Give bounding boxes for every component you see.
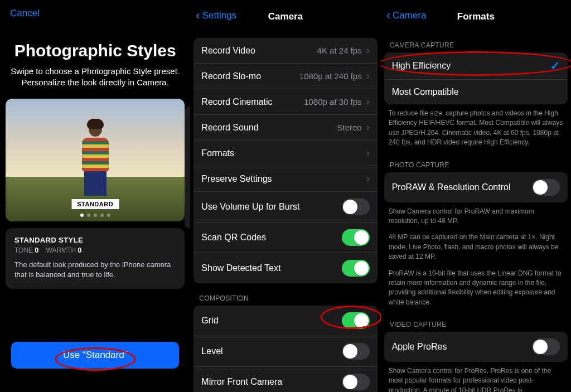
toggle-level[interactable]: [342, 343, 370, 360]
footer-proraw-2: 48 MP can be captured on the Main camera…: [381, 228, 571, 264]
cell-record-cinematic[interactable]: Record Cinematic 1080p at 30 fps›: [193, 89, 377, 115]
cell-most-compatible[interactable]: Most Compatible: [384, 80, 568, 104]
cell-formats[interactable]: Formats ›: [193, 141, 377, 166]
style-description-card: STANDARD STYLE TONE 0 WARMTH 0 The defau…: [6, 228, 185, 289]
section-header-composition: COMPOSITION: [190, 294, 380, 306]
footer-camera-capture: To reduce file size, capture photos and …: [381, 104, 571, 150]
style-name: STANDARD STYLE: [14, 236, 176, 244]
toggle-proraw[interactable]: [532, 179, 560, 196]
footer-prores-1: Show Camera control for ProRes. ProRes i…: [381, 362, 571, 392]
chevron-right-icon: ›: [366, 147, 370, 159]
page-dots: [80, 214, 110, 217]
navbar: ‹ Settings Camera: [190, 0, 380, 25]
style-desc: The default look produced by the iPhone …: [14, 260, 176, 280]
use-style-button[interactable]: Use “Standard”: [11, 342, 179, 369]
footer-proraw-3: ProRAW is a 10-bit file that uses the Li…: [381, 264, 571, 310]
section-header-camera-capture: CAMERA CAPTURE: [381, 41, 571, 52]
cell-mirror-front[interactable]: Mirror Front Camera: [193, 367, 377, 392]
cell-show-detected-text[interactable]: Show Detected Text: [193, 253, 377, 283]
cell-proraw[interactable]: ProRAW & Resolution Control: [384, 172, 568, 202]
back-button-settings[interactable]: ‹ Settings: [196, 10, 236, 21]
cell-grid[interactable]: Grid: [193, 306, 377, 336]
toggle-prores[interactable]: [532, 338, 560, 355]
chevron-left-icon: ‹: [386, 11, 390, 21]
navbar: ‹ Camera Formats: [381, 0, 571, 25]
cell-preserve-settings[interactable]: Preserve Settings ›: [193, 166, 377, 192]
toggle-scan-qr[interactable]: [342, 229, 370, 246]
toggle-volume-burst[interactable]: [342, 199, 370, 215]
cell-scan-qr[interactable]: Scan QR Codes: [193, 222, 377, 253]
chevron-right-icon: ›: [366, 45, 370, 56]
next-card-peek[interactable]: [185, 106, 190, 229]
style-preview-card[interactable]: STANDARD: [6, 99, 185, 221]
cell-high-efficiency[interactable]: High Efficiency ✓: [384, 52, 568, 80]
toggle-grid[interactable]: [342, 312, 370, 329]
cell-volume-burst[interactable]: Use Volume Up for Burst: [193, 192, 377, 222]
page-title: Camera: [268, 11, 303, 22]
toggle-mirror-front[interactable]: [342, 374, 370, 390]
toggle-show-detected[interactable]: [342, 260, 370, 277]
cell-prores[interactable]: Apple ProRes: [384, 332, 568, 362]
chevron-right-icon: ›: [366, 173, 370, 185]
cell-record-video[interactable]: Record Video 4K at 24 fps›: [193, 38, 377, 64]
cell-level[interactable]: Level: [193, 336, 377, 367]
back-button-camera[interactable]: ‹ Camera: [386, 10, 427, 21]
page-subtitle: Swipe to choose a Photographic Style pre…: [0, 60, 190, 99]
chevron-left-icon: ‹: [196, 11, 200, 21]
chevron-right-icon: ›: [366, 122, 370, 133]
section-header-video-capture: VIDEO CAPTURE: [381, 321, 571, 332]
preview-style-tag: STANDARD: [71, 199, 119, 209]
footer-proraw-1: Show Camera control for ProRAW and maxim…: [381, 202, 571, 229]
page-title: Formats: [457, 11, 495, 22]
screen-camera-settings: ‹ Settings Camera Record Video 4K at 24 …: [190, 0, 380, 392]
style-params: TONE 0 WARMTH 0: [14, 246, 176, 254]
chevron-right-icon: ›: [366, 96, 370, 108]
cell-record-slomo[interactable]: Record Slo-mo 1080p at 240 fps›: [193, 64, 377, 89]
section-header-photo-capture: PHOTO CAPTURE: [381, 161, 571, 172]
cell-record-sound[interactable]: Record Sound Stereo›: [193, 115, 377, 141]
chevron-right-icon: ›: [366, 70, 370, 82]
screen-formats: ‹ Camera Formats CAMERA CAPTURE High Eff…: [381, 0, 571, 392]
cancel-button[interactable]: Cancel: [10, 8, 40, 18]
page-title: Photographic Styles: [0, 41, 190, 60]
checkmark-icon: ✓: [550, 59, 560, 72]
screen-photographic-styles: Cancel Photographic Styles Swipe to choo…: [0, 0, 190, 392]
